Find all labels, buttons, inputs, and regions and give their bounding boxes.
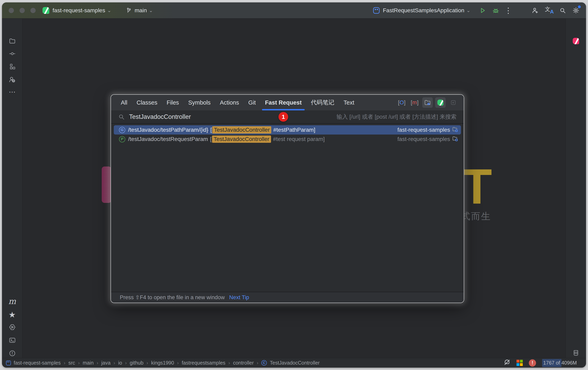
fast-request-scope-icon[interactable] <box>435 97 446 108</box>
post-method-icon: P <box>119 136 125 142</box>
problems-tool-button[interactable] <box>8 349 17 358</box>
filter-method-scope-icon[interactable]: [m] <box>410 97 420 108</box>
result-count-badge: 1 <box>279 112 288 122</box>
chevron-down-icon: ⌄ <box>107 8 111 13</box>
search-everywhere-button[interactable] <box>558 6 567 15</box>
copilot-disabled-icon[interactable] <box>504 359 511 367</box>
svg-text:?: ? <box>13 80 14 82</box>
project-module-icon <box>6 360 11 365</box>
more-tool-windows-button[interactable]: ⋯ <box>8 87 17 97</box>
run-configuration-selector[interactable]: FastRequestSamplesApplication <box>383 7 464 14</box>
tab-classes[interactable]: Classes <box>132 95 162 110</box>
run-configuration-icon <box>373 7 379 14</box>
search-input[interactable]: TestJavadocController <box>129 113 191 120</box>
structure-tool-button[interactable] <box>8 62 17 71</box>
error-indicator[interactable]: ! <box>529 359 536 367</box>
close-window-button[interactable] <box>9 8 14 13</box>
search-results-list: G /testJavadoc/testPathParam/{id} [ Test… <box>111 124 464 145</box>
matched-class-highlight: TestJavadocController <box>212 126 271 133</box>
footer-tip-text: Press ⇧F4 to open the file in a new wind… <box>120 294 225 301</box>
breadcrumb[interactable]: fast-request-samples› src› main› java› i… <box>14 360 320 366</box>
open-in-find-window-icon[interactable] <box>448 97 459 108</box>
tab-git[interactable]: Git <box>244 95 260 110</box>
commit-tool-button[interactable] <box>8 49 17 58</box>
project-tool-button[interactable] <box>8 36 17 46</box>
module-folder-icon <box>452 126 458 134</box>
services-tool-button[interactable] <box>8 322 17 332</box>
terminal-tool-button[interactable] <box>8 336 17 345</box>
matched-class-highlight: TestJavadocController <box>212 136 271 143</box>
search-input-row[interactable]: TestJavadocController 1 输入 [/url] 或者 [po… <box>111 110 464 124</box>
chevron-down-icon: ⌄ <box>149 8 153 13</box>
fast-request-tool-button[interactable] <box>571 36 580 46</box>
tab-code-notes[interactable]: 代码笔记 <box>306 95 339 110</box>
result-row-testpathparam[interactable]: G /testJavadoc/testPathParam/{id} [ Test… <box>114 125 461 135</box>
more-actions-button[interactable]: ⋮ <box>504 6 513 15</box>
search-everywhere-dialog: All Classes Files Symbols Actions Git Fa… <box>111 95 464 303</box>
zoom-window-button[interactable] <box>31 8 36 13</box>
class-icon: C <box>261 360 267 366</box>
module-label: fast-request-samples <box>398 136 458 143</box>
filter-class-scope-icon[interactable]: [O] <box>397 97 407 108</box>
left-tool-stripe: ? ⋯ m ★ <box>2 19 22 358</box>
vcs-branch-widget[interactable]: main ⌄ <box>124 6 153 15</box>
database-tool-button[interactable] <box>571 348 580 358</box>
settings-gear-button[interactable] <box>571 6 580 15</box>
module-folder-icon <box>452 136 458 143</box>
microsoft-logo-icon[interactable] <box>516 360 523 366</box>
dialog-footer: Press ⇧F4 to open the file in a new wind… <box>111 292 464 303</box>
module-label: fast-request-samples <box>398 126 458 134</box>
splash-letter-t: T <box>462 162 492 211</box>
bookmarks-tool-button[interactable]: ★ <box>8 310 17 319</box>
fast-request-logo-icon <box>42 7 49 14</box>
debug-button[interactable] <box>491 6 500 15</box>
run-button[interactable] <box>478 6 487 15</box>
traffic-lights[interactable] <box>9 8 36 13</box>
settings-update-dot <box>578 5 581 8</box>
ide-window: fast-request-samples ⌄ main ⌄ FastReques… <box>2 2 586 368</box>
search-hint: 输入 [/url] 或者 [post /url] 或者 [方法描述] 来搜索 <box>336 113 456 121</box>
minimize-window-button[interactable] <box>20 8 25 13</box>
tab-all[interactable]: All <box>116 95 132 110</box>
tab-fast-request[interactable]: Fast Request <box>260 95 306 110</box>
status-bar: fast-request-samples› src› main› java› i… <box>2 358 586 368</box>
memory-indicator[interactable]: 1767 of 4096M <box>542 359 578 367</box>
get-method-icon: G <box>119 127 125 133</box>
code-with-me-button[interactable] <box>531 6 540 15</box>
maven-tool-button[interactable]: m <box>8 297 17 306</box>
project-scope-icon[interactable] <box>422 97 433 108</box>
tab-symbols[interactable]: Symbols <box>184 95 215 110</box>
search-icon <box>118 114 125 120</box>
translate-button[interactable]: 文 A <box>545 6 554 15</box>
tab-actions[interactable]: Actions <box>215 95 244 110</box>
title-bar: fast-request-samples ⌄ main ⌄ FastReques… <box>2 2 586 19</box>
tab-files[interactable]: Files <box>162 95 183 110</box>
search-tabs-bar: All Classes Files Symbols Actions Git Fa… <box>111 95 464 110</box>
git-branch-icon <box>124 6 133 15</box>
learn-help-tool-button[interactable]: ? <box>8 75 17 84</box>
result-row-testrequestparam[interactable]: P /testJavadoc/testRequestParam [ TestJa… <box>114 135 461 144</box>
branch-name[interactable]: main <box>135 7 147 14</box>
tab-text[interactable]: Text <box>339 95 359 110</box>
splash-tagline: 式而生 <box>461 210 491 223</box>
chevron-down-icon: ⌄ <box>466 8 470 13</box>
project-selector[interactable]: fast-request-samples <box>52 7 105 14</box>
splash-letter-fragment <box>102 167 111 203</box>
right-tool-stripe <box>566 19 586 358</box>
next-tip-link[interactable]: Next Tip <box>229 294 249 301</box>
